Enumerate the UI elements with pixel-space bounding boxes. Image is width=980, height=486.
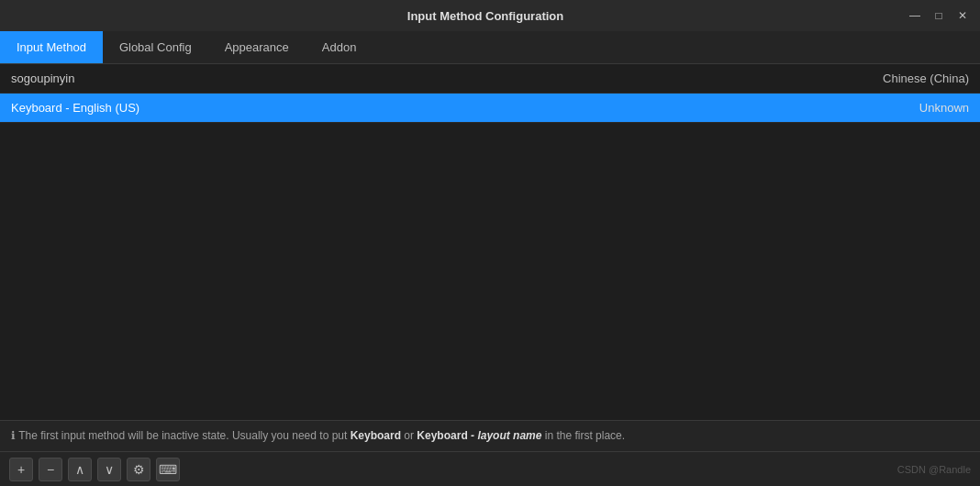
settings-button[interactable]: ⚙ [127,458,150,481]
method-lang: Unknown [919,101,969,115]
info-bold2: Keyboard [417,429,467,442]
watermark: CSDN @Randle [897,464,971,475]
tab-global-config[interactable]: Global Config [103,31,208,63]
tab-appearance[interactable]: Appearance [208,31,306,63]
tab-addon[interactable]: Addon [306,31,373,63]
list-item[interactable]: sogoupinyin Chinese (China) [0,64,980,94]
move-up-button[interactable]: ∧ [68,458,92,481]
close-button[interactable]: ✕ [954,7,971,24]
window-title: Input Method Configuration [64,9,907,23]
bottom-bar: + − ∧ ∨ ⚙ ⌨ CSDN @Randle [0,451,980,486]
info-text-after: in the first place. [541,429,625,442]
info-bold1: Keyboard [351,429,401,442]
keyboard-button[interactable]: ⌨ [156,458,180,481]
info-text-before: The first input method will be inactive … [18,429,351,442]
info-dash: - [468,429,478,442]
info-bar: ℹ The first input method will be inactiv… [0,420,980,451]
window-controls: — □ ✕ [907,7,971,24]
info-icon: ℹ [11,429,18,442]
method-lang: Chinese (China) [883,72,969,85]
info-text-mid: or [401,429,417,442]
list-item[interactable]: Keyboard - English (US) Unknown [0,94,980,123]
method-name: Keyboard - English (US) [11,101,139,115]
input-method-list[interactable]: sogoupinyin Chinese (China) Keyboard - E… [0,64,980,420]
tab-bar: Input Method Global Config Appearance Ad… [0,31,980,64]
tab-input-method[interactable]: Input Method [0,31,103,63]
minimize-button[interactable]: — [907,7,923,24]
maximize-button[interactable]: □ [930,7,947,24]
method-name: sogoupinyin [11,72,74,85]
info-italic1: layout name [477,429,541,442]
add-button[interactable]: + [9,458,33,481]
main-content: sogoupinyin Chinese (China) Keyboard - E… [0,64,980,451]
move-down-button[interactable]: ∨ [97,458,121,481]
toolbar-left: + − ∧ ∨ ⚙ ⌨ [9,458,180,481]
remove-button[interactable]: − [39,458,62,481]
title-bar: Input Method Configuration — □ ✕ [0,0,980,31]
